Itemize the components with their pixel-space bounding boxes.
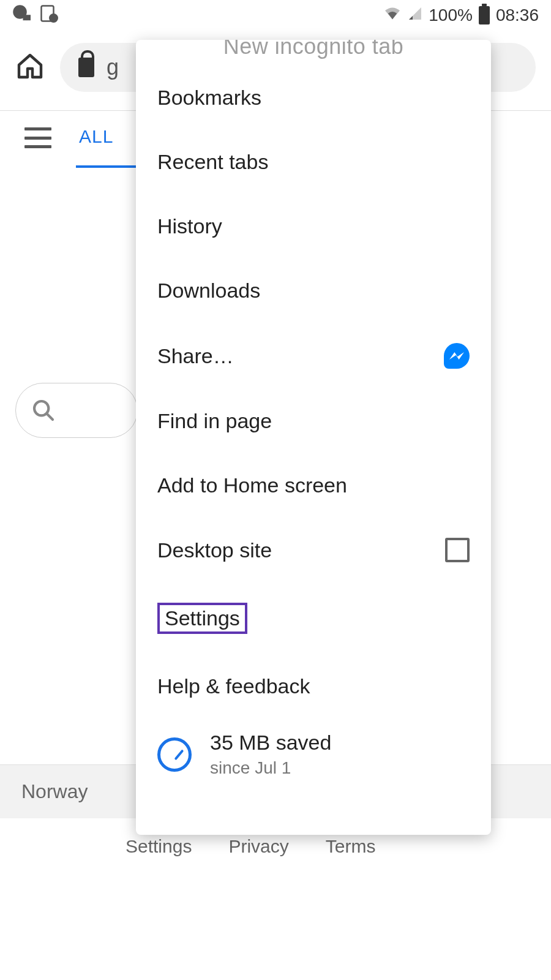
menu-label: Desktop site xyxy=(157,538,272,562)
menu-item-desktop-site[interactable]: Desktop site xyxy=(136,518,491,582)
data-saved-subtitle: since Jul 1 xyxy=(210,758,331,778)
signal-icon xyxy=(408,6,422,25)
svg-point-3 xyxy=(49,13,58,23)
url-text: g xyxy=(107,55,119,80)
menu-label: Add to Home screen xyxy=(157,473,347,497)
gauge-icon xyxy=(157,737,192,772)
menu-label: Share… xyxy=(157,344,234,368)
footer-links: Settings Privacy Terms xyxy=(0,836,551,857)
menu-item-help-feedback[interactable]: Help & feedback xyxy=(136,654,491,718)
search-icon xyxy=(31,398,56,423)
notification-icon-2 xyxy=(40,4,58,27)
status-bar: 100% 08:36 xyxy=(0,0,551,31)
menu-item-downloads[interactable]: Downloads xyxy=(136,258,491,323)
location-text: Norway xyxy=(21,780,88,803)
menu-item-data-saved[interactable]: 35 MB saved since Jul 1 xyxy=(136,718,491,790)
wifi-icon xyxy=(383,6,402,24)
menu-label: Find in page xyxy=(157,409,272,433)
notification-icon-1 xyxy=(12,4,31,27)
data-saved-title: 35 MB saved xyxy=(210,731,331,755)
menu-item-settings[interactable]: Settings xyxy=(136,582,491,654)
menu-label: Help & feedback xyxy=(157,674,310,698)
battery-icon xyxy=(479,6,490,24)
hamburger-icon[interactable] xyxy=(24,127,51,148)
home-icon[interactable] xyxy=(15,51,45,83)
menu-label: History xyxy=(157,214,222,238)
menu-item-find-in-page[interactable]: Find in page xyxy=(136,389,491,453)
menu-item-bookmarks[interactable]: Bookmarks xyxy=(136,66,491,130)
clock-time: 08:36 xyxy=(496,6,539,25)
status-right: 100% 08:36 xyxy=(383,6,539,25)
footer-terms-link[interactable]: Terms xyxy=(326,836,376,857)
messenger-icon xyxy=(444,343,470,369)
tab-all[interactable]: ALL xyxy=(76,126,138,168)
svg-line-5 xyxy=(47,413,53,420)
battery-percent: 100% xyxy=(429,6,473,25)
menu-item-recent-tabs[interactable]: Recent tabs xyxy=(136,130,491,194)
menu-label-highlighted: Settings xyxy=(157,603,247,634)
footer-settings-link[interactable]: Settings xyxy=(126,836,192,857)
overflow-menu: New incognito tab Bookmarks Recent tabs … xyxy=(136,40,491,835)
menu-label: Bookmarks xyxy=(157,86,261,110)
menu-item-history[interactable]: History xyxy=(136,194,491,258)
footer-privacy-link[interactable]: Privacy xyxy=(228,836,288,857)
menu-item-new-incognito[interactable]: New incognito tab xyxy=(136,40,491,66)
menu-item-add-home[interactable]: Add to Home screen xyxy=(136,453,491,518)
menu-label: Downloads xyxy=(157,279,260,303)
data-saved-text: 35 MB saved since Jul 1 xyxy=(210,731,331,778)
menu-label: Recent tabs xyxy=(157,150,268,174)
search-input[interactable] xyxy=(15,383,138,438)
desktop-site-checkbox[interactable] xyxy=(445,538,470,562)
status-left-icons xyxy=(12,4,58,27)
lock-icon xyxy=(78,58,94,77)
menu-item-share[interactable]: Share… xyxy=(136,323,491,389)
